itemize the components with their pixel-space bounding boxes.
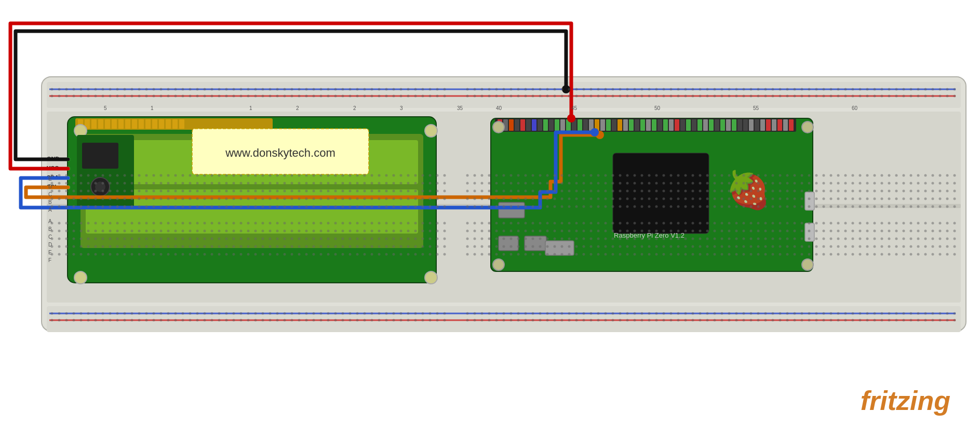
svg-point-1144 — [174, 205, 177, 208]
svg-point-1644 — [233, 245, 235, 248]
svg-point-173 — [269, 88, 272, 91]
svg-point-1526 — [269, 238, 272, 240]
svg-point-179 — [313, 88, 315, 91]
svg-point-839 — [655, 182, 658, 185]
svg-point-208 — [539, 88, 542, 91]
svg-point-543 — [276, 319, 279, 322]
svg-point-1522 — [240, 238, 243, 240]
svg-point-1014 — [124, 198, 126, 200]
svg-point-1665 — [385, 245, 388, 248]
svg-point-944 — [525, 190, 527, 193]
svg-point-1376 — [73, 230, 75, 232]
svg-point-1084 — [648, 198, 651, 200]
svg-point-1129 — [65, 205, 68, 208]
svg-rect-48 — [491, 118, 813, 271]
svg-point-1009 — [87, 198, 90, 200]
svg-point-514 — [65, 319, 68, 322]
svg-point-1801 — [495, 253, 498, 256]
svg-point-721 — [692, 174, 694, 177]
svg-point-166 — [218, 88, 221, 91]
svg-point-494 — [830, 312, 833, 315]
svg-point-783 — [233, 182, 235, 185]
svg-point-1343 — [743, 222, 745, 225]
svg-point-1228 — [801, 205, 803, 208]
svg-point-731 — [764, 174, 767, 177]
svg-point-1655 — [313, 245, 315, 248]
svg-point-404 — [160, 312, 163, 315]
svg-point-848 — [721, 182, 723, 185]
svg-point-1711 — [735, 245, 738, 248]
svg-point-696 — [510, 174, 513, 177]
svg-point-537 — [233, 319, 235, 322]
svg-point-1695 — [619, 245, 622, 248]
svg-point-151 — [109, 88, 112, 91]
svg-point-513 — [58, 319, 61, 322]
svg-point-738 — [815, 174, 818, 177]
svg-point-1102 — [779, 198, 782, 200]
svg-point-1520 — [225, 238, 228, 240]
svg-point-556 — [371, 319, 373, 322]
svg-point-1361 — [874, 222, 876, 225]
svg-point-673 — [327, 174, 330, 177]
svg-point-424 — [305, 312, 308, 315]
svg-point-1596 — [794, 238, 796, 240]
svg-point-216 — [597, 88, 600, 91]
svg-point-545 — [291, 319, 293, 322]
svg-rect-75 — [640, 119, 645, 131]
svg-point-276 — [124, 95, 126, 98]
svg-point-1436 — [525, 230, 527, 232]
svg-point-1075 — [583, 198, 585, 200]
svg-point-237 — [750, 88, 753, 91]
svg-point-524 — [138, 319, 141, 322]
svg-rect-84 — [692, 119, 696, 131]
svg-point-1758 — [167, 253, 170, 256]
svg-point-801 — [364, 182, 366, 185]
svg-point-1220 — [743, 205, 745, 208]
svg-point-470 — [655, 312, 658, 315]
svg-point-1495 — [954, 230, 956, 232]
svg-point-1598 — [808, 238, 811, 240]
svg-point-353 — [699, 95, 702, 98]
svg-point-598 — [692, 319, 694, 322]
svg-point-607 — [757, 319, 760, 322]
svg-point-222 — [641, 88, 643, 91]
svg-point-803 — [378, 182, 381, 185]
svg-point-1561 — [539, 238, 542, 240]
svg-point-1617 — [946, 238, 949, 240]
svg-point-223 — [648, 88, 651, 91]
svg-point-1180 — [436, 205, 439, 208]
svg-point-1192 — [539, 205, 542, 208]
svg-point-572 — [503, 319, 505, 322]
svg-point-286 — [196, 95, 199, 98]
svg-point-1213 — [692, 205, 694, 208]
svg-point-1780 — [327, 253, 330, 256]
svg-point-1720 — [801, 245, 803, 248]
svg-point-825 — [554, 182, 556, 185]
svg-point-1406 — [291, 230, 293, 232]
svg-point-792 — [298, 182, 301, 185]
svg-point-115 — [562, 85, 570, 93]
svg-rect-67 — [595, 119, 599, 131]
svg-point-1524 — [254, 238, 257, 240]
svg-point-846 — [706, 182, 709, 185]
svg-point-1431 — [488, 230, 491, 232]
svg-point-1048 — [371, 198, 373, 200]
svg-point-925 — [371, 190, 373, 193]
svg-point-1237 — [866, 205, 869, 208]
svg-point-874 — [910, 182, 912, 185]
svg-point-958 — [626, 190, 629, 193]
svg-point-1677 — [488, 245, 491, 248]
svg-point-1783 — [349, 253, 352, 256]
svg-point-1825 — [670, 253, 673, 256]
svg-point-1056 — [429, 198, 432, 200]
svg-point-1042 — [327, 198, 330, 200]
svg-point-714 — [641, 174, 643, 177]
svg-point-1340 — [721, 222, 723, 225]
svg-point-559 — [393, 319, 395, 322]
svg-point-323 — [481, 95, 484, 98]
svg-point-388 — [954, 95, 956, 98]
svg-point-892 — [131, 190, 133, 193]
svg-point-167 — [225, 88, 228, 91]
svg-point-1597 — [801, 238, 803, 240]
svg-point-1081 — [626, 198, 629, 200]
